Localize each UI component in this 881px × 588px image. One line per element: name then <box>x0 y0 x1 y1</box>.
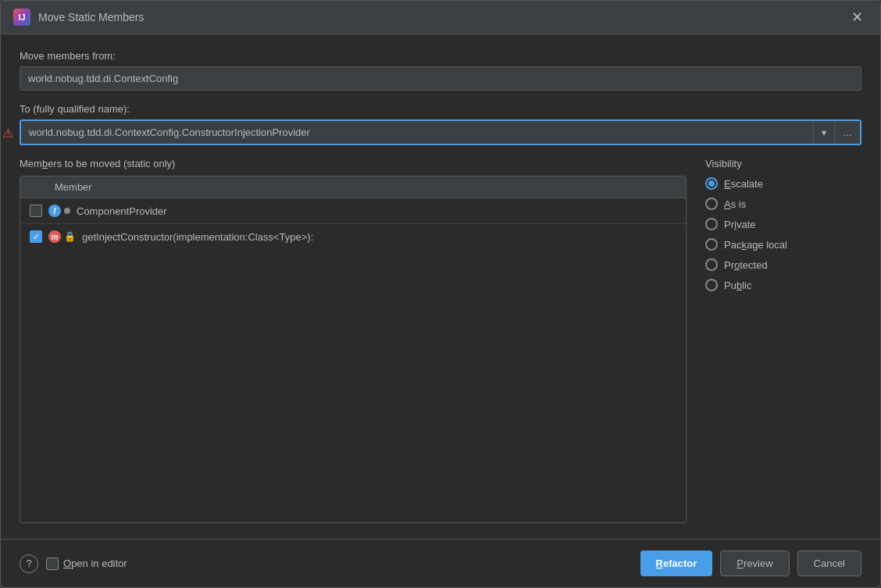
row2-icons: m 🔒 <box>48 230 76 243</box>
move-from-input[interactable] <box>20 66 861 91</box>
error-icon: ⚠ <box>2 125 13 140</box>
row1-checkbox[interactable] <box>30 205 42 217</box>
open-editor-text: Open in editor <box>63 558 127 569</box>
radio-private[interactable]: Private <box>705 218 861 230</box>
row2-name: getInjectConstructor(implementation:Clas… <box>82 231 313 243</box>
refactor-label: Refactor <box>656 558 697 569</box>
radio-public-label: Public <box>724 280 751 291</box>
footer-left: ? Open in editor <box>20 554 631 573</box>
radio-package-local-label: Package local <box>724 239 787 251</box>
radio-group: Escalate As is Private <box>705 177 861 291</box>
table-row: m 🔒 getInjectConstructor(implementation:… <box>20 224 686 249</box>
preview-button[interactable]: Preview <box>720 551 789 576</box>
header-member-col: Member <box>55 181 676 193</box>
title-bar-left: IJ Move Static Members <box>13 9 144 26</box>
lock-icon: 🔒 <box>64 231 76 242</box>
members-section: Members to be moved (static only) Member… <box>20 158 687 523</box>
row1-name: ComponentProvider <box>77 205 167 217</box>
move-from-label: Move members from: <box>20 50 861 62</box>
cancel-button[interactable]: Cancel <box>797 551 861 576</box>
to-input-container: ▾ … <box>20 119 861 145</box>
open-in-editor-label[interactable]: Open in editor <box>46 558 127 570</box>
to-input-wrapper: ⚠ ▾ … <box>20 119 861 145</box>
members-table: Member I ComponentProvider <box>20 176 687 523</box>
radio-as-is-outer <box>705 198 718 210</box>
dialog-title: Move Static Members <box>38 11 144 23</box>
members-section-label: Members to be moved (static only) <box>20 158 687 169</box>
dot-icon <box>64 208 70 214</box>
row2-checkbox[interactable] <box>30 230 42 243</box>
to-field-group: To (fully qualified name): ⚠ ▾ … <box>20 103 861 145</box>
refactor-button[interactable]: Refactor <box>640 551 713 576</box>
interface-icon: I <box>48 205 61 217</box>
main-content: Members to be moved (static only) Member… <box>20 158 861 523</box>
visibility-section: Visibility Escalate As is <box>705 158 861 523</box>
app-icon: IJ <box>13 9 30 26</box>
radio-protected-outer <box>705 258 718 271</box>
dialog-footer: ? Open in editor Refactor Preview Cancel <box>1 539 880 587</box>
preview-label: Preview <box>737 558 772 569</box>
radio-public[interactable]: Public <box>705 279 861 291</box>
to-label: To (fully qualified name): <box>20 103 861 115</box>
open-editor-checkbox[interactable] <box>46 558 59 570</box>
close-button[interactable]: ✕ <box>847 9 868 26</box>
help-button[interactable]: ? <box>20 554 38 573</box>
method-icon: m <box>48 230 61 243</box>
radio-escalate[interactable]: Escalate <box>705 177 861 190</box>
radio-escalate-label: Escalate <box>724 178 763 190</box>
radio-package-local-outer <box>705 238 718 251</box>
radio-private-outer <box>705 218 718 230</box>
move-from-field-group: Move members from: <box>20 50 861 91</box>
footer-buttons: Refactor Preview Cancel <box>640 551 861 576</box>
radio-private-label: Private <box>724 219 755 230</box>
to-input[interactable] <box>21 121 813 144</box>
radio-protected[interactable]: Protected <box>705 258 861 271</box>
table-row: I ComponentProvider <box>20 198 686 224</box>
radio-as-is-label: As is <box>724 198 746 210</box>
radio-package-local[interactable]: Package local <box>705 238 861 251</box>
row1-icons: I <box>48 205 70 217</box>
radio-public-outer <box>705 279 718 291</box>
radio-escalate-inner <box>708 180 715 187</box>
radio-protected-label: Protected <box>724 259 768 271</box>
dropdown-button[interactable]: ▾ <box>813 121 834 144</box>
browse-button[interactable]: … <box>834 121 860 144</box>
visibility-title: Visibility <box>705 158 861 169</box>
title-bar: IJ Move Static Members ✕ <box>1 1 880 34</box>
radio-escalate-outer <box>705 177 718 190</box>
cancel-label: Cancel <box>814 558 845 569</box>
move-static-members-dialog: IJ Move Static Members ✕ Move members fr… <box>0 0 881 588</box>
radio-as-is[interactable]: As is <box>705 198 861 210</box>
dialog-body: Move members from: To (fully qualified n… <box>1 34 880 539</box>
table-header: Member <box>20 176 686 198</box>
